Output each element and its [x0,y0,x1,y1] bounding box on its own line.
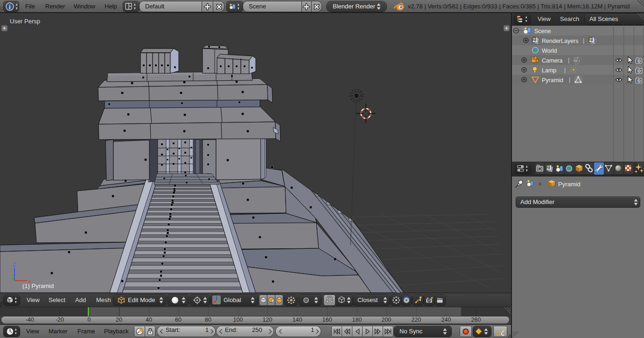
svg-text:|: | [564,67,566,73]
svg-text:Scene: Scene [534,28,551,35]
svg-text:Z: Z [13,262,16,268]
svg-text:|: | [568,57,569,63]
svg-text:World: World [542,48,557,54]
svg-text:Lamp: Lamp [542,67,556,74]
svg-text:Camera: Camera [542,57,563,64]
svg-text:|: | [583,37,584,44]
svg-text:y: y [13,274,15,279]
svg-text:|: | [569,77,570,83]
svg-text:Pyramid: Pyramid [542,77,563,84]
svg-text:RenderLayers: RenderLayers [542,38,579,44]
